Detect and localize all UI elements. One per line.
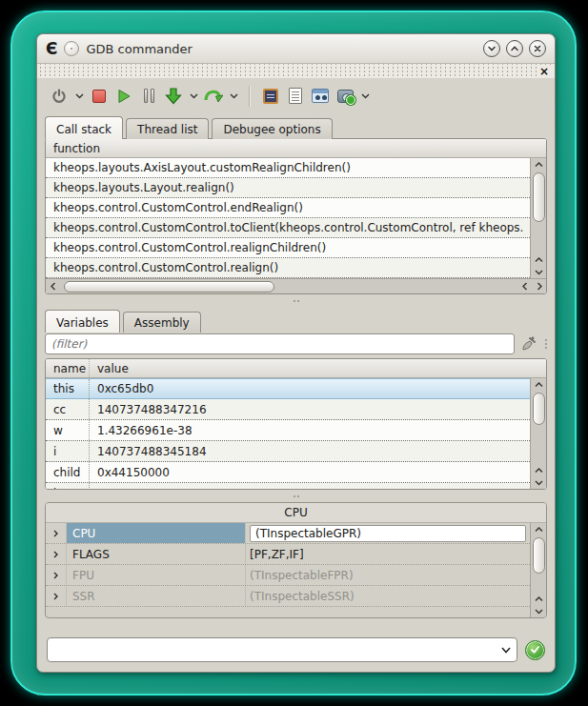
- command-input[interactable]: [48, 638, 496, 661]
- expand-chevron-icon[interactable]: [46, 523, 67, 543]
- chevron-down-icon: [75, 93, 84, 99]
- scroll-up-icon[interactable]: [532, 253, 546, 266]
- callstack-vertical-scrollbar[interactable]: [530, 158, 546, 278]
- power-button[interactable]: [49, 86, 70, 107]
- step-into-dropdown-button[interactable]: [188, 86, 199, 107]
- scroll-up-icon[interactable]: [532, 378, 546, 391]
- scroll-left-icon[interactable]: [517, 280, 532, 292]
- cpu-vertical-scrollbar[interactable]: [530, 523, 546, 617]
- toolbar-separator: [249, 86, 251, 107]
- column-header-value[interactable]: value: [90, 362, 129, 375]
- callstack-row[interactable]: kheops.control.CustomControl.endRealign(…: [46, 198, 530, 218]
- variable-row[interactable]: i 140737488345184: [46, 441, 530, 462]
- scroll-up-icon[interactable]: [532, 158, 546, 171]
- expand-chevron-icon[interactable]: [46, 544, 67, 564]
- dock-close-icon[interactable]: ×: [537, 67, 551, 76]
- callstack-row[interactable]: kheops.layouts.AxisLayout.customRealignC…: [46, 158, 530, 178]
- callstack-header-function[interactable]: function: [46, 142, 100, 155]
- callstack-row[interactable]: kheops.control.CustomControl.realignChil…: [46, 238, 530, 258]
- variable-row[interactable]: w 1.43266961e-38: [46, 420, 530, 441]
- variables-list: this 0xc65db0 cc 140737488347216 w 1.432…: [46, 378, 546, 489]
- callstack-row[interactable]: kheops.control.CustomControl.toClient(kh…: [46, 218, 530, 238]
- add-inspector-dropdown-button[interactable]: [359, 86, 371, 107]
- panel-splitter[interactable]: [37, 490, 555, 502]
- minimize-button[interactable]: [483, 40, 500, 57]
- scrollbar-thumb[interactable]: [64, 281, 274, 292]
- scrollbar-thumb[interactable]: [533, 537, 545, 574]
- clear-filter-button[interactable]: [520, 335, 537, 353]
- combobox-dropdown-button[interactable]: [496, 647, 517, 654]
- stop-button[interactable]: [89, 86, 110, 107]
- tab-assembly[interactable]: Assembly: [123, 312, 201, 333]
- panel-splitter[interactable]: [37, 294, 555, 307]
- app-icon: Є: [46, 41, 57, 57]
- cpu-register-row[interactable]: FLAGS [PF,ZF,IF]: [46, 544, 530, 565]
- callstack-list: kheops.layouts.AxisLayout.customRealignC…: [46, 158, 546, 278]
- expand-chevron-icon[interactable]: [46, 565, 67, 585]
- tab-variables[interactable]: Variables: [45, 310, 120, 333]
- variables-vertical-scrollbar[interactable]: [530, 378, 546, 489]
- watches-button[interactable]: [310, 86, 331, 107]
- splitter-grip[interactable]: [545, 339, 547, 349]
- send-command-button[interactable]: [525, 640, 545, 660]
- run-button[interactable]: [113, 86, 134, 107]
- maximize-button[interactable]: [506, 40, 523, 57]
- variable-name: child: [46, 462, 90, 482]
- disassembly-button[interactable]: [260, 86, 281, 107]
- scroll-down-icon[interactable]: [532, 605, 546, 617]
- variable-row[interactable]: child 0x44150000: [46, 462, 530, 483]
- variable-row[interactable]: cc 140737488347216: [46, 399, 530, 420]
- scrollbar-thumb[interactable]: [533, 393, 545, 425]
- cpu-group: CPU CPU (TInspectableGPR) FLAGS [PF,ZF,I…: [45, 502, 547, 618]
- scroll-right-icon[interactable]: [532, 280, 546, 292]
- scroll-up-icon[interactable]: [532, 523, 546, 535]
- window-menu-button[interactable]: [64, 41, 79, 56]
- gdb-command-combobox[interactable]: [47, 637, 517, 662]
- scroll-up-icon[interactable]: [532, 593, 546, 605]
- callstack-horizontal-scrollbar[interactable]: [46, 278, 546, 293]
- filter-input[interactable]: [45, 333, 515, 354]
- step-into-button[interactable]: [163, 86, 184, 107]
- chip-icon: [263, 89, 278, 104]
- register-value-editor[interactable]: (TInspectableGPR): [250, 525, 526, 542]
- memory-button[interactable]: [285, 86, 306, 107]
- pause-button[interactable]: [138, 86, 159, 107]
- dock-handle[interactable]: ×: [37, 64, 555, 78]
- cpu-register-row[interactable]: CPU (TInspectableGPR): [46, 523, 530, 544]
- inspection-tabs: Variables Assembly: [37, 307, 555, 332]
- stop-icon: [92, 90, 106, 103]
- step-into-icon: [165, 88, 182, 105]
- cpu-group-title: CPU: [46, 503, 546, 523]
- tab-thread-list[interactable]: Thread list: [126, 118, 209, 139]
- tab-call-stack[interactable]: Call stack: [45, 116, 123, 139]
- step-over-button[interactable]: [203, 86, 224, 107]
- variables-panel: name value this 0xc65db0 cc 140737488347…: [45, 358, 547, 490]
- scroll-down-icon[interactable]: [532, 266, 546, 278]
- add-inspector-button[interactable]: [335, 86, 355, 107]
- step-over-dropdown-button[interactable]: [228, 86, 239, 107]
- variables-header[interactable]: name value: [46, 359, 546, 378]
- scroll-left-icon[interactable]: [46, 280, 60, 292]
- cpu-register-row[interactable]: SSR (TInspectableSSR): [46, 586, 530, 607]
- variable-row[interactable]: h 1.43266961e-38: [46, 483, 530, 489]
- power-dropdown-button[interactable]: [73, 86, 85, 107]
- scrollbar-thumb[interactable]: [533, 172, 545, 222]
- callstack-row[interactable]: kheops.layouts.Layout.realign(): [46, 178, 530, 198]
- variable-row[interactable]: this 0xc65db0: [46, 378, 530, 399]
- variable-value: 1.43266961e-38: [90, 424, 193, 437]
- variable-value: 0xc65db0: [90, 382, 153, 395]
- column-header-name[interactable]: name: [46, 359, 90, 377]
- power-icon: [51, 89, 67, 104]
- scroll-down-icon[interactable]: [532, 476, 546, 489]
- titlebar[interactable]: Є GDB commander: [37, 34, 555, 64]
- scroll-up-icon[interactable]: [532, 464, 546, 476]
- close-button[interactable]: [529, 40, 546, 57]
- variable-value: 140737488347216: [90, 403, 207, 416]
- callstack-header[interactable]: function: [46, 139, 546, 158]
- expand-chevron-icon[interactable]: [46, 586, 67, 606]
- tab-debugee-options[interactable]: Debugee options: [212, 118, 332, 139]
- callstack-row[interactable]: kheops.control.CustomControl.realign(): [46, 258, 530, 278]
- window-controls: [483, 40, 546, 57]
- debug-toolbar: [37, 78, 555, 113]
- cpu-register-row[interactable]: FPU (TInspectableFPR): [46, 565, 530, 586]
